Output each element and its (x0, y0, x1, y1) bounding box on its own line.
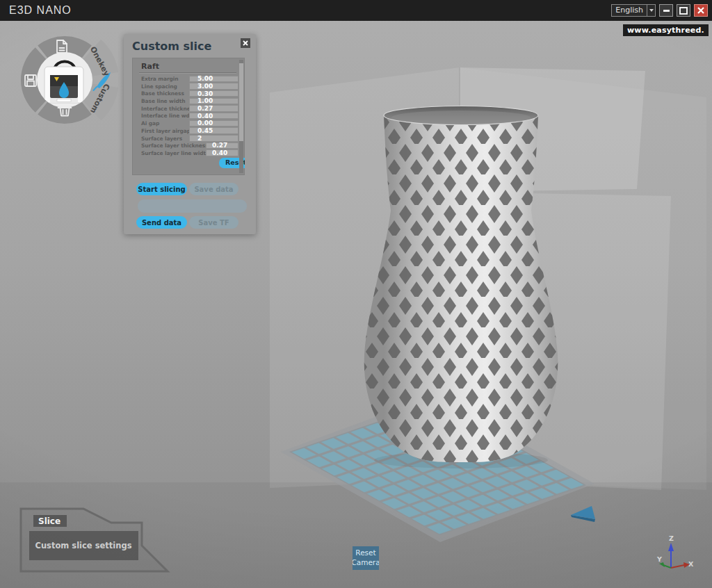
param-value-input[interactable] (206, 142, 238, 149)
progress-bar (138, 199, 247, 213)
param-label: Interface thickness (141, 106, 196, 112)
printer-preview[interactable] (37, 52, 92, 108)
param-label: Surface layer thickness (141, 142, 209, 149)
save-data-button[interactable]: Save data (189, 183, 238, 195)
param-value-input[interactable] (189, 135, 238, 142)
maximize-button[interactable] (677, 4, 690, 17)
language-dropdown[interactable]: English (611, 5, 656, 16)
param-value-input[interactable] (189, 83, 238, 90)
slice-tab-panel: Slice Custom slice settings (13, 504, 174, 575)
scrollbar[interactable] (239, 60, 243, 173)
param-row: Line spacing (132, 83, 245, 90)
param-label: Base thickness (141, 90, 184, 97)
language-value[interactable]: English (611, 4, 647, 17)
param-label: Ai gap (141, 120, 159, 126)
param-row: Surface layers (132, 135, 245, 142)
section-divider (139, 72, 236, 74)
ring-tool-widget: Onekey Custom (14, 29, 124, 133)
param-label: Surface layer line width (141, 150, 209, 156)
param-label: Surface layers (141, 136, 182, 142)
param-row: Base thickness (132, 90, 245, 97)
panel-close-button[interactable] (241, 38, 250, 48)
param-value-input[interactable] (206, 149, 238, 156)
param-row: Ai gap (132, 120, 245, 127)
titlebar: E3D NANO English (0, 0, 712, 21)
param-value-input[interactable] (189, 105, 238, 112)
start-slicing-button[interactable]: Start slicing (136, 183, 187, 195)
slice-title: Slice (38, 516, 60, 526)
param-value-input[interactable] (189, 98, 238, 105)
param-row: Extra margin (132, 75, 245, 83)
website-badge: www.easythreed. (623, 24, 709, 36)
param-row: Surface layer thickness (132, 142, 245, 149)
y-axis-label: Y (656, 555, 662, 563)
param-row: First layer airgap (132, 127, 245, 135)
param-row: Interface thickness (132, 105, 245, 113)
param-rows: Extra margin Line spacing Base thickness… (132, 75, 245, 157)
param-value-input[interactable] (189, 76, 238, 83)
custom-slice-settings-label[interactable]: Custom slice settings (35, 541, 131, 550)
scrollbar-thumb[interactable] (239, 63, 243, 141)
panel-title: Custom slice (132, 40, 211, 53)
minimize-button[interactable] (659, 4, 673, 17)
x-axis-label: X (688, 560, 694, 568)
chevron-down-icon[interactable] (647, 4, 656, 17)
param-value-input[interactable] (189, 90, 238, 97)
save-tf-button[interactable]: Save TF (189, 216, 238, 229)
param-row: Base line width (132, 97, 245, 105)
param-value-input[interactable] (189, 113, 238, 120)
custom-slice-panel: Custom slice Raft Extra margin Line spac… (124, 34, 256, 234)
param-row: Surface layer line width (132, 149, 245, 157)
param-label: Base line width (141, 98, 185, 104)
z-axis-label: Z (669, 534, 674, 542)
close-button[interactable] (694, 4, 708, 17)
close-icon (697, 7, 704, 14)
param-label: First layer airgap (141, 128, 191, 134)
raft-settings-box: Raft Extra margin Line spacing Base thic… (132, 58, 245, 175)
app-title: E3D NANO (9, 4, 72, 17)
param-row: Interface line wdith (132, 112, 245, 120)
param-value-input[interactable] (189, 127, 238, 134)
param-value-input[interactable] (189, 120, 238, 127)
close-icon (243, 40, 248, 46)
param-label: Line spacing (141, 83, 177, 90)
section-title: Raft (141, 62, 159, 71)
send-data-button[interactable]: Send data (136, 216, 187, 229)
reset-camera-button[interactable]: Reset Camera (353, 546, 379, 570)
printer-label (57, 99, 71, 102)
param-label: Extra margin (141, 76, 179, 82)
